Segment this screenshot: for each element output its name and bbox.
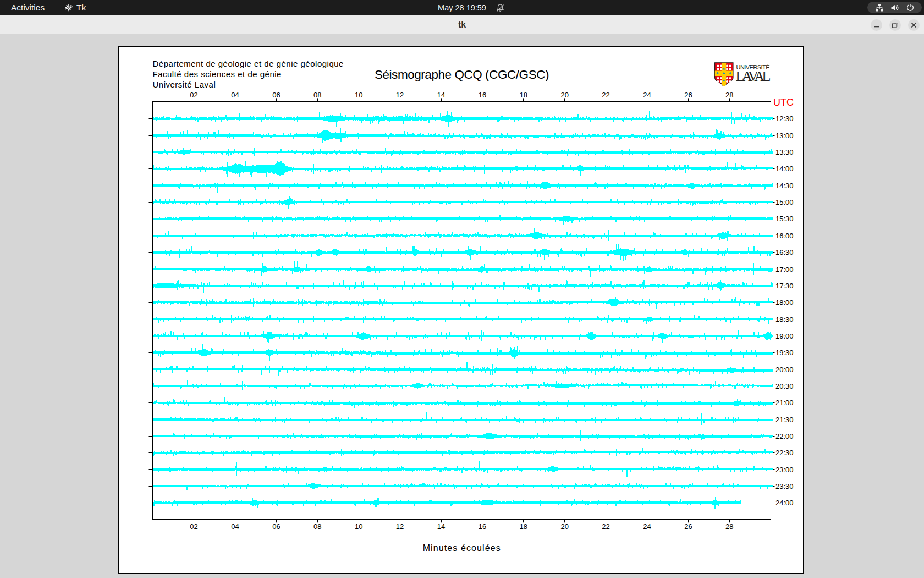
svg-text:28: 28 xyxy=(725,91,733,99)
svg-text:LAVAL: LAVAL xyxy=(736,68,771,84)
svg-text:15:00: 15:00 xyxy=(776,198,794,206)
svg-text:21:00: 21:00 xyxy=(776,399,794,407)
svg-text:26: 26 xyxy=(684,522,692,531)
svg-text:08: 08 xyxy=(314,91,321,99)
svg-text:20: 20 xyxy=(560,522,568,531)
svg-text:Faculté des sciences et de gén: Faculté des sciences et de génie xyxy=(153,69,282,79)
svg-text:19:30: 19:30 xyxy=(776,348,794,357)
svg-text:06: 06 xyxy=(272,522,280,531)
svg-text:14: 14 xyxy=(437,522,445,531)
svg-text:12: 12 xyxy=(396,522,404,531)
svg-text:23:00: 23:00 xyxy=(776,466,794,474)
svg-text:19:00: 19:00 xyxy=(776,332,794,340)
svg-text:Université Laval: Université Laval xyxy=(153,80,216,89)
svg-text:23:30: 23:30 xyxy=(776,482,794,490)
svg-text:14:30: 14:30 xyxy=(776,182,794,190)
svg-text:24:00: 24:00 xyxy=(776,499,794,507)
svg-text:16: 16 xyxy=(479,91,486,99)
svg-text:20:30: 20:30 xyxy=(776,382,794,390)
svg-text:Séismographe QCQ (CGC/GSC): Séismographe QCQ (CGC/GSC) xyxy=(375,68,549,81)
svg-text:18: 18 xyxy=(520,522,527,531)
svg-text:28: 28 xyxy=(725,522,733,531)
svg-text:Département de géologie et de: Département de géologie et de génie géol… xyxy=(153,59,344,68)
svg-text:22:30: 22:30 xyxy=(776,449,794,457)
svg-text:22:00: 22:00 xyxy=(776,432,794,440)
svg-text:20:00: 20:00 xyxy=(776,366,794,374)
svg-text:UTC: UTC xyxy=(773,97,794,108)
svg-text:20: 20 xyxy=(560,91,568,99)
svg-text:16: 16 xyxy=(479,522,486,531)
svg-text:02: 02 xyxy=(190,91,197,99)
svg-text:26: 26 xyxy=(684,91,692,99)
svg-text:16:30: 16:30 xyxy=(776,248,794,257)
svg-text:15:30: 15:30 xyxy=(776,215,794,223)
svg-text:18:30: 18:30 xyxy=(776,315,794,324)
svg-text:10: 10 xyxy=(355,91,362,99)
svg-text:22: 22 xyxy=(602,91,609,99)
svg-text:12: 12 xyxy=(396,91,404,99)
svg-text:13:30: 13:30 xyxy=(776,148,794,156)
svg-text:24: 24 xyxy=(643,522,651,531)
svg-text:04: 04 xyxy=(231,91,239,99)
svg-text:12:30: 12:30 xyxy=(776,114,794,123)
svg-text:10: 10 xyxy=(355,522,362,531)
svg-text:Minutes écoulées: Minutes écoulées xyxy=(423,543,501,553)
svg-text:22: 22 xyxy=(602,522,609,531)
svg-text:04: 04 xyxy=(231,522,239,531)
svg-text:08: 08 xyxy=(314,522,321,531)
svg-text:17:00: 17:00 xyxy=(776,265,794,274)
svg-text:21:30: 21:30 xyxy=(776,416,794,424)
svg-text:14:00: 14:00 xyxy=(776,165,794,173)
svg-text:16:00: 16:00 xyxy=(776,232,794,240)
svg-text:24: 24 xyxy=(643,91,651,99)
svg-text:13:00: 13:00 xyxy=(776,132,794,140)
svg-text:14: 14 xyxy=(437,91,445,99)
svg-text:18: 18 xyxy=(520,91,527,99)
svg-text:06: 06 xyxy=(272,91,280,99)
svg-text:02: 02 xyxy=(190,522,197,531)
svg-text:18:00: 18:00 xyxy=(776,298,794,307)
svg-text:17:30: 17:30 xyxy=(776,282,794,290)
